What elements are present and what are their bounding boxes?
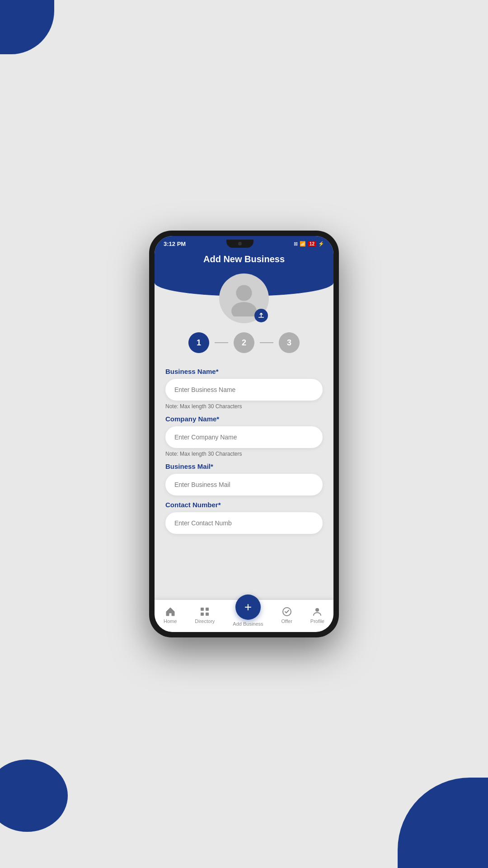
svg-point-7: [315, 608, 319, 612]
svg-point-0: [236, 285, 252, 301]
add-business-button[interactable]: +: [235, 594, 261, 620]
phone-screen: 3:12 PM ⊠ 📶 12 ⚡ Add New Business: [155, 236, 333, 632]
phone-device: 3:12 PM ⊠ 📶 12 ⚡ Add New Business: [149, 231, 339, 637]
step-line-2: [260, 342, 273, 343]
nav-home[interactable]: Home: [164, 606, 177, 624]
business-name-label: Business Name*: [165, 368, 323, 375]
screen-icon: ⊠: [294, 241, 298, 247]
business-mail-label: Business Mail*: [165, 462, 323, 470]
profile-icon: [312, 606, 323, 617]
battery-badge: 12: [308, 241, 316, 247]
avatar-section: [155, 269, 333, 323]
step-indicators: 1 2 3: [155, 323, 333, 358]
step-2[interactable]: 2: [234, 332, 254, 353]
business-name-input[interactable]: [165, 379, 323, 401]
profile-label: Profile: [310, 618, 324, 624]
form-container: Business Name* Note: Max length 30 Chara…: [155, 358, 333, 600]
bottom-navigation: Home Directory + Add Business: [155, 600, 333, 632]
status-icons: ⊠ 📶 12 ⚡: [294, 241, 324, 247]
plus-icon: +: [244, 601, 252, 613]
directory-label: Directory: [195, 618, 215, 624]
status-bar: 3:12 PM ⊠ 📶 12 ⚡: [155, 236, 333, 248]
home-icon: [165, 606, 176, 617]
contact-number-input[interactable]: [165, 512, 323, 534]
svg-rect-2: [201, 608, 204, 611]
upload-icon: [258, 312, 265, 319]
nav-offer[interactable]: Offer: [282, 606, 292, 624]
directory-icon: [199, 606, 210, 617]
nav-add-business[interactable]: + Add Business: [233, 604, 263, 627]
svg-rect-4: [201, 613, 204, 616]
business-name-note: Note: Max length 30 Characters: [165, 403, 323, 410]
battery-icon: ⚡: [318, 241, 324, 247]
offer-label: Offer: [282, 618, 292, 624]
company-name-note: Note: Max length 30 Characters: [165, 451, 323, 457]
wifi-icon: 📶: [300, 241, 306, 247]
company-name-label: Company Name*: [165, 415, 323, 423]
svg-point-1: [231, 302, 257, 316]
home-label: Home: [164, 618, 177, 624]
offer-icon: [282, 606, 292, 617]
nav-directory[interactable]: Directory: [195, 606, 215, 624]
camera-dot: [238, 242, 242, 245]
contact-number-label: Contact Number*: [165, 501, 323, 509]
page-title: Add New Business: [164, 254, 324, 264]
nav-profile[interactable]: Profile: [310, 606, 324, 624]
svg-rect-5: [206, 613, 209, 616]
status-time: 3:12 PM: [164, 241, 186, 247]
avatar-container: [219, 274, 269, 323]
notch: [226, 240, 253, 248]
company-name-input[interactable]: [165, 426, 323, 448]
add-business-label: Add Business: [233, 621, 263, 627]
step-line-1: [215, 342, 228, 343]
svg-rect-3: [206, 608, 209, 611]
step-3[interactable]: 3: [279, 332, 300, 353]
step-1[interactable]: 1: [188, 332, 209, 353]
upload-button[interactable]: [254, 309, 268, 322]
business-mail-input[interactable]: [165, 474, 323, 495]
